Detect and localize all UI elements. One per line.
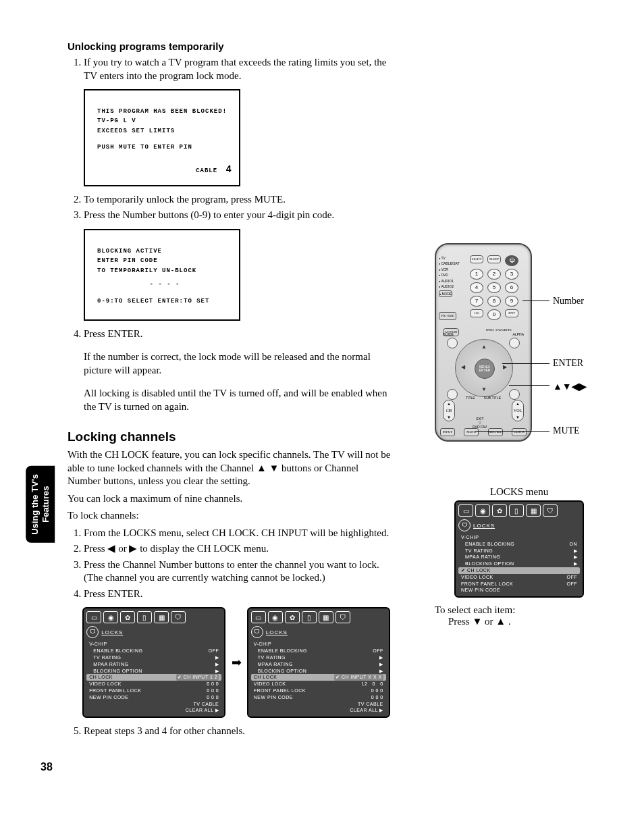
osd-dashes: - - - - xyxy=(97,280,232,289)
osd-line: PUSH MUTE TO ENTER PIN xyxy=(97,142,232,152)
note-4a: If the number is correct, the lock mode … xyxy=(84,350,392,377)
ml: 0 0 0 xyxy=(371,687,383,694)
ml: OFF xyxy=(567,581,578,588)
menu-enter-button: MENU/ENTER xyxy=(475,359,495,379)
step-1-2: To temporarily unlock the program, press… xyxy=(84,193,392,207)
ml: NEW PIN CODE xyxy=(254,694,293,701)
ml: VIDEO LOCK xyxy=(89,681,122,687)
remote-device-labels: TV CABLE/SAT VCR DVD AUDIO1 AUDIO2 MODE xyxy=(439,255,460,297)
ml: V-CHIP xyxy=(254,641,271,648)
light-button: LIGHT xyxy=(470,255,483,263)
lbl: CABLE/SAT xyxy=(439,261,460,266)
ml: ▶ xyxy=(215,661,219,668)
exit-label: EXIT▽DVD FAV. xyxy=(473,417,487,429)
osd-line: TV-PG L V xyxy=(97,116,232,126)
osd-line: 0-9:TO SELECT ENTER:TO SET xyxy=(97,296,232,306)
ml: FRONT PANEL LOCK xyxy=(461,581,513,588)
menu-pair: ▭ ◉ ✿ ▯ ▦ ⛉ ⛉LOCKS V-CHIP ENABLE BLOCKIN… xyxy=(81,607,392,718)
lbl: AUDIO1 xyxy=(439,278,460,284)
vol-rocker: ▲VOL▼ xyxy=(512,400,524,421)
ml: CLEAR ALL ▶ xyxy=(186,707,219,714)
callout-mute: MUTE xyxy=(553,425,580,436)
instr-line: To select each item: xyxy=(435,604,603,616)
lbl: VCR xyxy=(439,267,460,272)
step-2-2: Press ◀ or ▶ to display the CH LOCK menu… xyxy=(84,542,392,556)
ml: NEW PIN CODE xyxy=(461,587,500,594)
menu-icon: ▯ xyxy=(509,504,524,517)
lbl: INFO FAVORITE xyxy=(486,328,512,336)
side-tab: Using the TV'sFeatures xyxy=(26,466,55,543)
locking-intro-1: With the CH LOCK feature, you can lock s… xyxy=(68,448,392,488)
step-2-5: Repeat steps 3 and 4 for other channels. xyxy=(84,725,392,738)
ml: OFF xyxy=(567,574,578,581)
remote-control: TV CABLE/SAT VCR DVD AUDIO1 AUDIO2 MODE … xyxy=(435,243,532,442)
arrow-right-icon: ➡ xyxy=(232,655,242,670)
num-button: 4 xyxy=(470,282,483,293)
osd-cable: CABLE xyxy=(196,167,217,174)
menu-icon: ⛉ xyxy=(336,611,350,623)
heading-locking: Locking channels xyxy=(68,429,392,444)
remote-numpad: LIGHT SLEEP ⏻ 1 2 3 4 5 6 7 8 9 100 0 EN… xyxy=(470,255,518,320)
ml: 0 0 0 xyxy=(371,694,383,701)
ch-rocker: ▲CH▼ xyxy=(443,400,455,421)
osd-ch-num: 4 xyxy=(226,164,232,175)
ml: BLOCKING OPTION xyxy=(93,668,142,675)
menu-icon: ✿ xyxy=(120,611,135,623)
callout-arrows: ▲▼◀▶ xyxy=(553,381,587,392)
mode-button: MODE xyxy=(439,290,452,297)
t: . xyxy=(506,616,511,627)
lock-icon: ⛉ xyxy=(251,626,263,638)
menu-icon: ◉ xyxy=(103,611,118,623)
ml: VIDEO LOCK xyxy=(461,574,493,581)
ml: ▶ xyxy=(215,668,219,675)
ml: OFF xyxy=(373,648,383,654)
bottom-row: INPUT MUTE RECALL CLSTR xyxy=(440,428,527,436)
t: Press xyxy=(84,543,107,554)
menu-icon: ▯ xyxy=(302,611,317,623)
remote-diagram: TV CABLE/SAT VCR DVD AUDIO1 AUDIO2 MODE … xyxy=(435,243,597,446)
num-button: 3 xyxy=(505,269,518,280)
ml: ▶ xyxy=(379,654,383,661)
t: or xyxy=(482,616,495,627)
input-button: INPUT xyxy=(440,428,455,436)
ml: TV CABLE xyxy=(193,701,219,708)
ml: CH LOCK xyxy=(89,674,113,681)
t: Press xyxy=(448,616,472,627)
ml: MPAA RATING xyxy=(465,554,500,561)
sleep-button: SLEEP xyxy=(487,255,501,263)
num-button: 2 xyxy=(487,269,501,280)
lock-icon: ⛉ xyxy=(86,626,99,638)
ml: TV CABLE xyxy=(358,701,383,708)
ml: OFF xyxy=(209,648,219,654)
ml: ENABLE BLOCKING xyxy=(93,648,142,654)
ml: NEW PIN CODE xyxy=(89,694,128,701)
corner-button xyxy=(447,389,458,400)
osd-line: ENTER PIN CODE xyxy=(97,256,232,265)
picsize-button: PIC SIZE xyxy=(439,312,456,320)
menu-icon: ⛉ xyxy=(171,611,186,623)
step-2-4: Press ENTER. xyxy=(84,588,392,601)
locks-menu-title: LOCKS menu xyxy=(435,486,603,498)
num-button: 5 xyxy=(487,282,501,293)
t: or xyxy=(115,543,129,554)
locks-menu-right: ▭ ◉ ✿ ▯ ▦ ⛉ ⛉LOCKS V-CHIP ENABLE BLOCKIN… xyxy=(247,607,390,718)
ml: BLOCKING OPTION xyxy=(258,668,306,675)
menu-instruction: To select each item: Press ▼ or ▲ . xyxy=(435,604,603,627)
menu-icon: ▭ xyxy=(251,611,266,623)
ml: V-CHIP xyxy=(461,534,479,541)
lbl: TV xyxy=(439,255,460,261)
ml: FRONT PANEL LOCK xyxy=(89,687,141,694)
lbl: DVD xyxy=(439,272,460,278)
recall-button: RECALL xyxy=(488,428,503,436)
ml: 0 0 0 xyxy=(207,681,219,687)
menu-icon: ▭ xyxy=(86,611,101,623)
osd-line: EXCEEDS SET LIMITS xyxy=(97,126,232,136)
menu-icon: ◉ xyxy=(475,504,490,517)
osd-line: TO TEMPORARILY UN-BLOCK xyxy=(97,266,232,276)
locking-intro-2: You can lock a maximum of nine channels. xyxy=(68,492,392,506)
up-arrow-icon: ▲ xyxy=(481,344,487,350)
ent-button: ENT xyxy=(505,309,518,317)
num-button: 1 xyxy=(470,269,483,280)
right-arrow-icon: ▶ xyxy=(503,364,507,370)
ml: FRONT PANEL LOCK xyxy=(254,687,306,694)
